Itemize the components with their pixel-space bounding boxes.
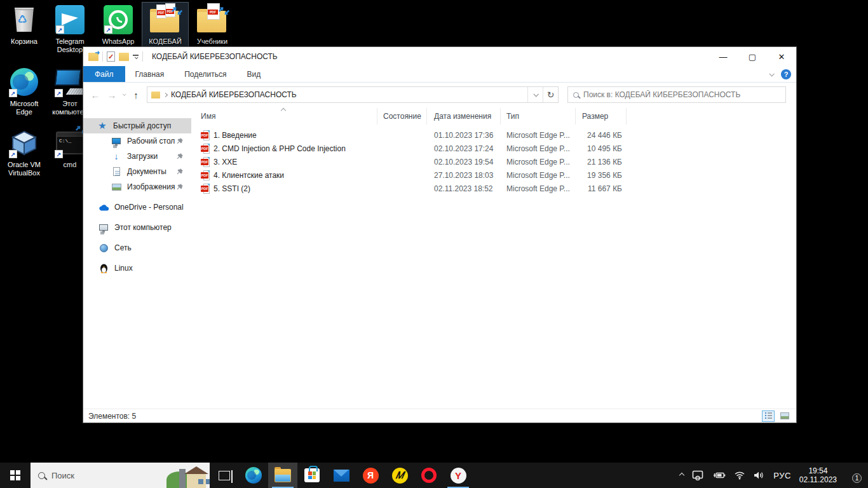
yandex-icon: Я xyxy=(363,468,379,484)
start-button[interactable] xyxy=(0,463,31,488)
tab-file[interactable]: Файл xyxy=(83,66,125,82)
taskbar-yandex-browser-button[interactable]: Y xyxy=(444,463,473,488)
window-folder-icon xyxy=(88,53,98,61)
navigation-bar: ← → ↑ КОДЕБАЙ КИБЕРБЕЗОПАСНОСТЬ ↻ xyxy=(83,83,796,107)
sidebar-item-pictures[interactable]: Изображения xyxy=(83,179,191,194)
desktop-icon-kodebay[interactable]: PDF PDF КОДЕБАЙ xyxy=(142,3,188,47)
task-view-button[interactable] xyxy=(210,463,239,488)
address-dropdown-button[interactable] xyxy=(527,87,543,102)
details-view-button[interactable] xyxy=(762,410,775,422)
desktop-icon-whatsapp[interactable]: ↗ WhatsApp xyxy=(95,4,141,46)
taskbar-store-button[interactable] xyxy=(297,463,327,488)
taskbar-explorer-button[interactable] xyxy=(268,463,297,488)
tray-expand-icon[interactable] xyxy=(679,473,684,478)
clock[interactable]: 19:54 02.11.2023 xyxy=(799,466,837,484)
desktop-icon-label: cmd xyxy=(64,161,77,169)
sidebar-item-downloads[interactable]: ↓ Загрузки xyxy=(83,149,191,164)
sidebar-item-linux[interactable]: Linux xyxy=(83,261,191,276)
sidebar-item-onedrive[interactable]: OneDrive - Personal xyxy=(83,200,191,215)
minimize-button[interactable]: — xyxy=(709,47,738,66)
taskbar-edge-button[interactable] xyxy=(239,463,268,488)
language-indicator[interactable]: РУС xyxy=(773,471,791,480)
desktop-icon-label: Microsoft Edge xyxy=(1,100,47,116)
large-icons-view-icon xyxy=(780,412,789,419)
column-header-status[interactable]: Состояние xyxy=(377,108,427,125)
refresh-button[interactable]: ↻ xyxy=(543,87,558,102)
pdf-file-icon: PDF xyxy=(201,170,210,180)
desktop-icon-virtualbox[interactable]: ↗ Oracle VM VirtualBox xyxy=(1,127,47,177)
help-icon[interactable]: ? xyxy=(781,69,791,79)
file-row[interactable]: PDF2. CMD Injection & PHP Code Injection… xyxy=(191,142,796,155)
items-count: Элементов: 5 xyxy=(88,412,136,421)
status-bar: Элементов: 5 xyxy=(83,409,796,423)
properties-button[interactable] xyxy=(107,51,115,62)
large-icons-view-button[interactable] xyxy=(778,410,791,422)
volume-icon[interactable] xyxy=(754,471,765,480)
cast-icon[interactable] xyxy=(692,470,703,480)
pin-icon[interactable] xyxy=(176,168,184,175)
taskbar-search[interactable]: Поиск xyxy=(31,463,210,488)
wifi-icon[interactable] xyxy=(734,471,745,480)
taskbar-search-placeholder: Поиск xyxy=(51,471,74,480)
virtualbox-icon: ↗ xyxy=(8,127,40,159)
column-header-size[interactable]: Размер xyxy=(576,108,627,125)
taskbar-opera-button[interactable] xyxy=(414,463,444,488)
sidebar-item-network[interactable]: Сеть xyxy=(83,240,191,255)
quick-access-star-icon: ★ xyxy=(97,121,107,131)
close-icon: ✕ xyxy=(778,52,785,62)
tab-view[interactable]: Вид xyxy=(236,66,271,82)
desktop-icon-label: КОДЕБАЙ xyxy=(149,37,182,46)
desktop-icon-edge[interactable]: ↗ Microsoft Edge xyxy=(1,66,47,116)
file-row[interactable]: PDF3. XXE 02.10.2023 19:54 Microsoft Edg… xyxy=(191,155,796,168)
desktop-icon-uchebniki[interactable]: PDF Учебники xyxy=(189,4,235,46)
address-path[interactable]: КОДЕБАЙ КИБЕРБЕЗОПАСНОСТЬ xyxy=(171,90,297,99)
sidebar-item-this-pc[interactable]: Этот компьютер xyxy=(83,220,191,235)
sidebar-item-documents[interactable]: Документы xyxy=(83,164,191,179)
file-row[interactable]: PDF5. SSTI (2) 02.11.2023 18:52 Microsof… xyxy=(191,182,796,195)
taskbar: Поиск Я 𝑀 Y xyxy=(0,463,868,488)
sidebar-item-desktop[interactable]: Рабочий стол xyxy=(83,133,191,149)
address-chevron-icon[interactable] xyxy=(163,92,168,97)
search-input[interactable] xyxy=(583,90,780,99)
yandex-browser-icon: Y xyxy=(451,468,466,484)
sidebar-item-quick-access[interactable]: ★ Быстрый доступ xyxy=(83,118,191,133)
column-header-name[interactable]: Имя xyxy=(191,108,377,125)
address-bar[interactable]: КОДЕБАЙ КИБЕРБЕЗОПАСНОСТЬ ↻ xyxy=(147,86,559,103)
new-folder-button[interactable] xyxy=(119,53,129,61)
microsoft-store-icon xyxy=(304,468,320,482)
amigo-icon: 𝑀 xyxy=(392,468,408,484)
pin-icon[interactable] xyxy=(176,152,184,160)
title-bar[interactable]: КОДЕБАЙ КИБЕРБЕЗОПАСНОСТЬ — ▢ ✕ xyxy=(83,47,796,66)
tab-share[interactable]: Поделиться xyxy=(174,66,236,82)
up-button[interactable]: ↑ xyxy=(130,90,142,100)
taskbar-mail-button[interactable] xyxy=(327,463,356,488)
action-center-button[interactable]: 1 xyxy=(845,468,862,483)
recycle-bin-icon: ♺ xyxy=(8,4,40,36)
desktop-icon-recycle-bin[interactable]: ♺ Корзина xyxy=(1,4,47,46)
back-button[interactable]: ← xyxy=(90,90,101,100)
maximize-button[interactable]: ▢ xyxy=(738,47,767,66)
close-button[interactable]: ✕ xyxy=(767,47,796,66)
pin-icon[interactable] xyxy=(176,183,184,191)
taskbar-yandex-button[interactable]: Я xyxy=(356,463,385,488)
this-pc-icon: ↗ xyxy=(54,66,86,98)
taskbar-amigo-button[interactable]: 𝑀 xyxy=(385,463,414,488)
folder-pdf-icon: PDF xyxy=(196,4,228,36)
file-row[interactable]: PDF1. Введение 01.10.2023 17:36 Microsof… xyxy=(191,128,796,142)
ribbon-expand-icon[interactable] xyxy=(769,71,774,76)
tab-home[interactable]: Главная xyxy=(125,66,175,82)
file-row[interactable]: PDF4. Клиентские атаки 27.10.2023 18:03 … xyxy=(191,168,796,182)
file-list-pane: Имя Состояние Дата изменения Тип Размер … xyxy=(191,107,796,409)
desktop-icon-label: Oracle VM VirtualBox xyxy=(1,161,47,177)
pin-icon[interactable] xyxy=(176,137,184,145)
qat-customize-button[interactable] xyxy=(133,55,139,59)
recent-locations-icon[interactable] xyxy=(123,92,126,96)
column-header-type[interactable]: Тип xyxy=(501,108,576,125)
whatsapp-icon: ↗ xyxy=(102,4,134,36)
pictures-icon xyxy=(111,182,121,192)
search-highlight-image[interactable] xyxy=(170,463,210,488)
battery-icon[interactable] xyxy=(712,471,726,480)
column-header-modified[interactable]: Дата изменения xyxy=(427,108,501,125)
search-box[interactable] xyxy=(567,86,786,103)
forward-button[interactable]: → xyxy=(106,90,118,100)
